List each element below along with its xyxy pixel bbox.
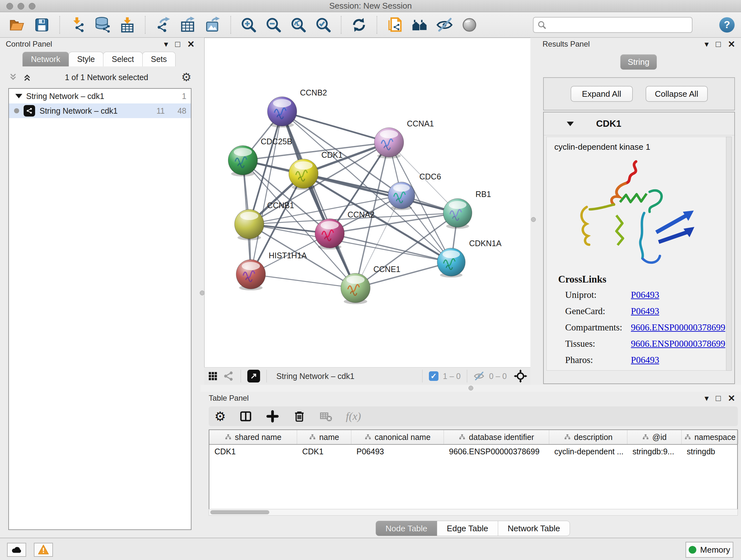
column-header-databaseidentifier[interactable]: database identifier <box>444 430 549 444</box>
network-graph[interactable]: CCNB2CCNA1CDC25BCDK1CDC6RB1CCNB1CCNA2CDK… <box>205 38 530 367</box>
import-table-from-file-button[interactable] <box>119 16 136 34</box>
maximize-window-button[interactable] <box>29 3 36 10</box>
results-scrollbar[interactable] <box>726 137 732 371</box>
details-expander-icon[interactable] <box>567 122 574 126</box>
delete-column-button[interactable] <box>292 409 307 423</box>
hidden-items-eye-slash-icon[interactable] <box>474 371 484 381</box>
minimize-window-button[interactable] <box>17 3 24 10</box>
table-row[interactable]: CDK1CDK1P064939606.ENSP00000378699cyclin… <box>209 445 737 459</box>
table-cell[interactable]: stringdb:9... <box>627 445 682 459</box>
left-splitter[interactable] <box>200 38 204 538</box>
panel-float-icon[interactable]: □ <box>716 393 721 403</box>
tab-select[interactable]: Select <box>103 52 142 66</box>
horizontal-splitter[interactable] <box>200 385 741 392</box>
column-header-canonicalname[interactable]: canonical name <box>351 430 444 444</box>
string-homology-button[interactable] <box>411 16 428 34</box>
table-horizontal-scrollbar[interactable] <box>209 509 738 516</box>
left-splitter-handle[interactable] <box>200 291 205 295</box>
panel-float-icon[interactable]: □ <box>716 39 721 49</box>
export-image-button[interactable] <box>204 16 221 34</box>
help-button[interactable]: ? <box>719 17 735 33</box>
warnings-button[interactable] <box>34 543 53 557</box>
panel-collapse-icon[interactable]: ▾ <box>704 39 709 49</box>
tab-network[interactable]: Network <box>22 52 69 66</box>
table-cell[interactable]: CDK1 <box>297 445 351 459</box>
network-node-CDKN1A[interactable]: CDKN1A <box>437 239 502 277</box>
panel-close-icon[interactable]: ✕ <box>728 393 735 403</box>
close-window-button[interactable] <box>6 3 13 10</box>
hide-unhide-button[interactable] <box>436 16 453 34</box>
right-splitter[interactable] <box>530 38 537 385</box>
network-collection-row[interactable]: String Network – cdk1 1 <box>9 89 191 104</box>
tab-style[interactable]: Style <box>69 52 104 66</box>
tree-expander-icon[interactable] <box>15 94 22 98</box>
network-node-CCNA1[interactable]: CCNA1 <box>374 119 434 159</box>
function-builder-button[interactable]: f(x) <box>346 410 361 422</box>
collapse-all-icon[interactable] <box>8 72 18 82</box>
search-input[interactable] <box>549 20 688 29</box>
import-network-from-file-button[interactable] <box>69 16 86 34</box>
network-options-gear-icon[interactable]: ⚙ <box>181 71 192 83</box>
panel-collapse-icon[interactable]: ▾ <box>164 39 168 49</box>
detach-view-button[interactable] <box>247 370 260 382</box>
network-edge[interactable] <box>251 274 355 288</box>
cloud-status-button[interactable] <box>7 543 26 557</box>
zoom-fit-button[interactable] <box>290 16 307 34</box>
expand-all-button[interactable]: Expand All <box>570 86 633 102</box>
table-cell[interactable]: cyclin-dependent ... <box>549 445 627 459</box>
import-network-from-database-button[interactable] <box>94 16 111 34</box>
uniprot-link[interactable]: P06493 <box>631 290 659 300</box>
panel-collapse-icon[interactable]: ▾ <box>704 393 709 403</box>
tab-string[interactable]: String <box>620 54 657 70</box>
tab-sets[interactable]: Sets <box>142 52 176 66</box>
apply-layout-button[interactable] <box>350 16 367 34</box>
tab-node-table[interactable]: Node Table <box>376 521 437 536</box>
show-graphics-details-button[interactable] <box>461 16 478 34</box>
table-cell[interactable]: 9606.ENSP00000378699 <box>444 445 549 459</box>
export-table-button[interactable] <box>179 16 197 34</box>
column-header-name[interactable]: name <box>297 430 351 444</box>
network-row[interactable]: String Network – cdk1 11 48 <box>9 104 191 118</box>
panel-float-icon[interactable]: □ <box>175 39 180 49</box>
tissues-link[interactable]: 9606.ENSP00000378699 <box>631 338 725 349</box>
network-node-HIST1H1A[interactable]: HIST1H1A <box>236 251 307 291</box>
network-edge[interactable] <box>282 111 389 142</box>
panel-close-icon[interactable]: ✕ <box>728 39 735 50</box>
table-cell[interactable]: CDK1 <box>209 445 297 459</box>
column-header-id[interactable]: @id <box>627 430 682 444</box>
string-protein-query-button[interactable] <box>386 16 403 34</box>
save-session-button[interactable] <box>33 16 51 34</box>
fit-selected-crosshair-icon[interactable] <box>514 369 527 383</box>
show-columns-button[interactable] <box>239 409 253 423</box>
network-node-CCNB1[interactable]: CCNB1 <box>234 201 294 240</box>
network-share-icon[interactable] <box>223 370 234 382</box>
network-node-RB1[interactable]: RB1 <box>443 190 491 229</box>
table-cell[interactable]: P06493 <box>351 445 444 459</box>
delete-table-button[interactable] <box>319 409 333 423</box>
tab-edge-table[interactable]: Edge Table <box>437 521 498 536</box>
table-options-gear-icon[interactable]: ⚙ <box>214 410 226 423</box>
panel-close-icon[interactable]: ✕ <box>187 39 195 50</box>
tab-network-table[interactable]: Network Table <box>498 521 570 536</box>
column-header-description[interactable]: description <box>549 430 627 444</box>
network-edge[interactable] <box>251 111 282 274</box>
open-session-button[interactable] <box>8 16 25 34</box>
collapse-all-button[interactable]: Collapse All <box>646 86 708 102</box>
network-canvas[interactable]: CCNB2CCNA1CDC25BCDK1CDC6RB1CCNB1CCNA2CDK… <box>204 38 530 367</box>
memory-button[interactable]: Memory <box>685 542 733 558</box>
horizontal-splitter-handle[interactable] <box>468 386 473 390</box>
pharos-link[interactable]: P06493 <box>631 355 659 365</box>
scrollbar-thumb[interactable] <box>210 510 269 514</box>
zoom-out-button[interactable] <box>265 16 282 34</box>
expand-all-icon[interactable] <box>22 72 32 82</box>
birds-eye-grid-icon[interactable] <box>207 371 218 381</box>
compartments-link[interactable]: 9606.ENSP00000378699 <box>631 322 725 333</box>
zoom-selected-button[interactable] <box>315 16 332 34</box>
node-details-header[interactable]: CDK1 <box>544 112 734 135</box>
column-header-namespace[interactable]: namespace <box>682 430 738 444</box>
selected-nodes-checkbox[interactable]: ✓ <box>429 371 439 381</box>
column-header-sharedname[interactable]: shared name <box>209 430 297 444</box>
genecard-link[interactable]: P06493 <box>631 306 659 316</box>
zoom-in-button[interactable] <box>240 16 257 34</box>
add-column-button[interactable] <box>266 409 280 423</box>
